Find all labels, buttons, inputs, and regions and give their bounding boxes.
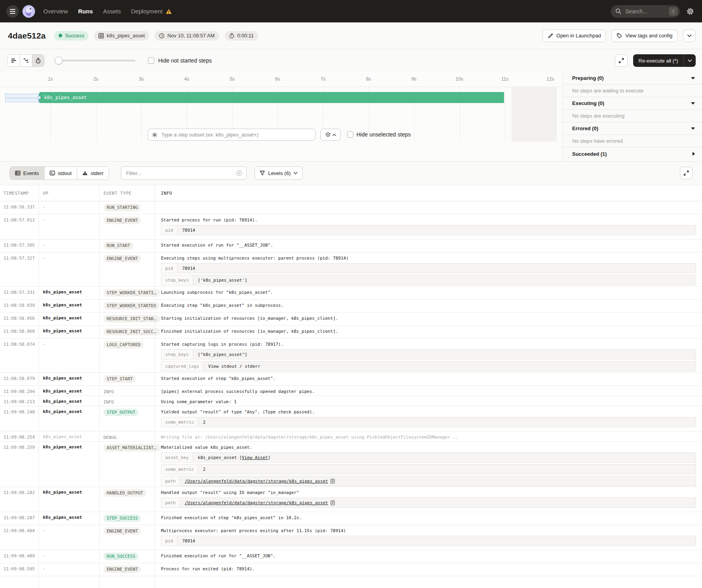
log-timestamp: 11:09:08.489 [0, 550, 39, 563]
metadata-value-text: k8s_pipes_asset [198, 455, 237, 460]
axis-tick: 12s [547, 76, 554, 82]
panel-section-preparing[interactable]: Preparing (0) [563, 72, 702, 85]
hide-unselected-label[interactable]: Hide unselected steps [357, 131, 411, 138]
log-row: 11:08:58.039k8s_pipes_assetSTEP_WORKER_S… [0, 300, 702, 313]
run-header-more-button[interactable] [683, 29, 696, 42]
log-event-type-cell: STEP_WORKER_STARTING [99, 287, 155, 299]
clear-filter-icon[interactable] [236, 170, 242, 176]
gantt-zoom-track[interactable] [55, 60, 135, 61]
chevron-down-icon [294, 172, 297, 174]
gantt-mode-flat-button[interactable] [7, 55, 20, 66]
metadata-value: 78914 [177, 264, 696, 273]
re-execute-all-main[interactable]: Re-execute all (*) [633, 54, 684, 67]
run-header: 4dae512a Success k8s_pipes_asset Nov 10,… [0, 22, 702, 49]
metadata-entry: some_metric2 [161, 464, 696, 474]
log-event-type-cell: HANDLED_OUTPUT [99, 487, 155, 512]
tab-stdout[interactable]: stdout [44, 167, 77, 179]
log-event-type-cell: ENGINE_EVENT [99, 525, 155, 550]
axis-tick: 11s [501, 76, 508, 82]
chevron-down-icon [691, 127, 695, 130]
axis-tick: 5s [230, 76, 235, 82]
log-op: - [39, 563, 99, 576]
gantt-mode-waterfall-button[interactable] [20, 55, 32, 66]
metadata-value: 78914 [177, 225, 696, 235]
gantt-zoom-handle[interactable] [55, 57, 63, 65]
log-row: 11:09:08.259k8s_pipes_assetASSET_MATERIA… [0, 442, 702, 487]
expand-icon [684, 170, 689, 176]
log-info-cell: Finished execution of run for "__ASSET_J… [155, 550, 702, 563]
stopwatch-icon [229, 33, 235, 39]
nav-assets[interactable]: Assets [103, 8, 121, 15]
log-row: 11:08:58.060k8s_pipes_assetRESOURCE_INIT… [0, 326, 702, 339]
metadata-value-text: ["k8s_pipes_asset"] [198, 352, 248, 357]
hide-not-started-checkbox[interactable] [148, 57, 154, 64]
graph-query-toggle-button[interactable] [320, 129, 341, 141]
view-tags-config-button[interactable]: View tags and config [611, 29, 678, 42]
gantt-step-bar[interactable]: k8s_pipes_asset [39, 92, 504, 103]
tab-events[interactable]: Events [10, 167, 44, 179]
status-dot [59, 34, 62, 37]
log-timestamp: 11:09:08.287 [0, 512, 39, 525]
log-info-cell [155, 201, 702, 214]
nav-overview[interactable]: Overview [43, 8, 68, 15]
chevron-up-icon [333, 134, 336, 136]
log-row: 11:08:57.012-ENGINE_EVENTStarted process… [0, 214, 702, 240]
event-type-tag: INFO [103, 388, 114, 396]
metadata-value-link[interactable]: /Users/alangenfeld/data/dagster/storage/… [185, 479, 328, 484]
metadata-value: View stdout / stderr [203, 361, 696, 371]
event-type-tag: ENGINE_EVENT [103, 566, 141, 573]
step-subset-input[interactable] [161, 131, 311, 138]
metadata-entry: path/Users/alangenfeld/data/dagster/stor… [161, 476, 696, 486]
copy-icon[interactable] [331, 500, 335, 505]
copy-icon[interactable] [331, 479, 335, 484]
log-fullscreen-button[interactable] [680, 167, 693, 179]
status-label: Success [65, 33, 84, 39]
event-type-tag: RUN_START [103, 242, 133, 249]
menu-button[interactable] [6, 5, 19, 18]
log-row: 11:08:57.331k8s_pipes_assetSTEP_WORKER_S… [0, 287, 702, 300]
event-type-tag: RUN_SUCCESS [103, 553, 139, 560]
log-info-cell: [pipes] external process successfully op… [155, 386, 702, 396]
open-in-launchpad-button[interactable]: Open in Launchpad [543, 29, 606, 42]
metadata-value-text: 2 [203, 420, 206, 425]
levels-dropdown[interactable]: Levels (6) [255, 166, 303, 180]
panel-section-executing[interactable]: Executing (0) [563, 97, 702, 110]
log-op: k8s_pipes_asset [39, 431, 99, 441]
event-type-tag: LOGS_CAPTURED [103, 341, 144, 348]
start-time: Nov 10, 11:08:57 AM [167, 33, 214, 39]
metadata-entry: pid78914 [161, 225, 696, 235]
hide-unselected-checkbox[interactable] [347, 131, 353, 138]
panel-preparing-title: Preparing (0) [572, 75, 604, 81]
hide-not-started-label[interactable]: Hide not started steps [158, 57, 212, 64]
log-filter-input[interactable] [125, 170, 233, 177]
nav-deployment[interactable]: Deployment [131, 8, 172, 15]
gantt-fullscreen-button[interactable] [615, 54, 628, 67]
global-search[interactable]: / [611, 5, 680, 18]
log-info-text: Launching subprocess for "k8s_pipes_asse… [161, 290, 696, 295]
search-input[interactable] [624, 8, 666, 15]
event-type-tag: STEP_WORKER_STARTED [103, 302, 159, 310]
job-badge[interactable]: k8s_pipes_asset [94, 31, 149, 41]
metadata-value-link[interactable]: /Users/alangenfeld/data/dagster/storage/… [185, 500, 328, 505]
event-type-tag: HANDLED_OUTPUT [103, 489, 146, 497]
event-type-tag: STEP_SUCCESS [103, 514, 141, 522]
metadata-action[interactable]: View stdout / stderr [208, 364, 260, 369]
tab-stderr[interactable]: stderr [77, 167, 109, 179]
log-op: - [39, 240, 99, 252]
dagster-logo-icon[interactable] [22, 5, 35, 18]
nav-runs[interactable]: Runs [78, 8, 93, 15]
settings-gear-icon[interactable] [685, 6, 696, 17]
panel-section-errored[interactable]: Errored (0) [563, 122, 702, 135]
event-type-tag: ENGINE_EVENT [103, 255, 141, 262]
gantt-mode-timed-button[interactable] [32, 55, 44, 66]
log-event-type-cell: RUN_START [99, 240, 155, 252]
metadata-label: pid [161, 536, 177, 546]
view-asset-link[interactable]: View Asset [242, 455, 268, 460]
log-info-cell: Finished execution of step "k8s_pipes_as… [155, 512, 702, 525]
log-op: k8s_pipes_asset [39, 326, 99, 338]
log-op: - [39, 550, 99, 563]
panel-section-succeeded[interactable]: Succeeded (1) [563, 147, 702, 160]
metadata-value: ["k8s_pipes_asset"] [193, 350, 696, 359]
re-execute-all-caret[interactable] [684, 54, 696, 67]
chevron-down-icon [688, 59, 692, 62]
